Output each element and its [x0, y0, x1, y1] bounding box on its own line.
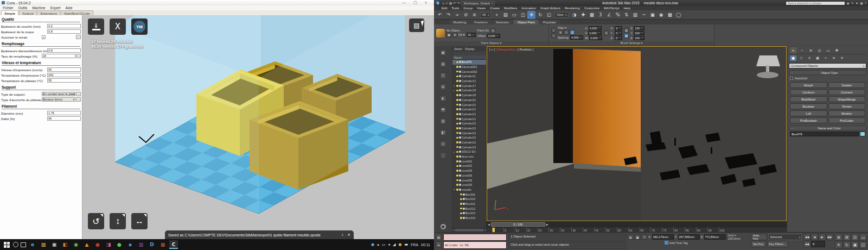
setting-input[interactable]: 20 — [42, 54, 75, 58]
listener-input[interactable]: Welcome to MA — [443, 241, 507, 249]
scene-object-row[interactable]: Line003 — [452, 164, 486, 168]
select-link-icon[interactable]: ∞ — [453, 11, 461, 19]
ribbon-tab[interactable]: Object Paint — [513, 20, 539, 24]
visibility-bulb-icon[interactable] — [460, 208, 462, 210]
visibility-bulb-icon[interactable] — [456, 137, 458, 139]
scene-object-row[interactable]: Line008 — [452, 178, 486, 183]
object-color-swatch[interactable] — [860, 132, 865, 136]
explorer-icon[interactable]: ▨ — [39, 240, 48, 249]
more-options-button[interactable]: ... — [76, 35, 81, 39]
close-icon[interactable]: × — [436, 1, 439, 5]
scene-object-row[interactable]: Cylinder22 — [452, 140, 486, 145]
scene-object-row[interactable]: Cylinder22 — [452, 121, 486, 126]
visibility-bulb-icon[interactable] — [456, 66, 458, 68]
scene-object-row[interactable]: Camera002 — [452, 69, 486, 74]
named-selection-icon[interactable]: ▧ — [631, 11, 639, 19]
shapes-category-icon[interactable]: ◇ — [798, 55, 805, 61]
menu-item[interactable]: Fichier — [3, 6, 14, 10]
zoom-icon[interactable]: ⊕ — [835, 234, 843, 241]
scene-object-row[interactable]: Line005 — [452, 168, 486, 173]
photos-icon[interactable]: ◧ — [61, 240, 69, 249]
scene-object-row[interactable]: Box011 — [452, 202, 486, 207]
paint-on-icon[interactable]: ◳ — [490, 28, 495, 33]
explorer-menu-item[interactable]: Display — [465, 47, 475, 51]
setting-input[interactable]: 200 — [47, 73, 81, 77]
absolute-mode-icon[interactable]: ⌗ — [641, 234, 647, 240]
onedrive-icon[interactable]: ● — [371, 242, 374, 247]
object-type-rollout[interactable]: −Object Type — [789, 70, 866, 75]
object-name-input[interactable] — [790, 132, 859, 136]
perspective-viewport[interactable]: [ + ] [ Perspective ] [ Realistic ] — [487, 46, 787, 221]
scene-object-row[interactable]: Cylinder12 — [452, 79, 486, 84]
edge-icon[interactable]: e — [28, 240, 37, 249]
bind-spacewarp-icon[interactable]: ≋ — [470, 11, 478, 19]
ribbon-tab[interactable]: Selection — [492, 20, 513, 24]
motion-tab-icon[interactable]: ◎ — [816, 47, 823, 53]
setting-input[interactable]: 0.8 — [47, 29, 81, 34]
setting-input[interactable]: 0.8 — [47, 48, 81, 53]
tray-expand-icon[interactable]: ▴ — [377, 242, 379, 247]
redo-icon[interactable]: ↷ — [457, 1, 459, 5]
isolate-selection-icon[interactable]: ◍ — [628, 234, 634, 240]
menu-item[interactable]: Customize — [584, 7, 599, 10]
retraction-checkbox[interactable]: ✓ — [42, 35, 46, 39]
uniform-scale-icon[interactable]: ▥ — [624, 28, 629, 33]
sign-in-icon[interactable]: ✎ — [851, 1, 854, 5]
visibility-bulb-icon[interactable] — [456, 179, 458, 182]
scale-model-button[interactable]: ↕ — [110, 213, 126, 229]
visibility-bulb-icon[interactable] — [456, 123, 458, 125]
object-type-button[interactable]: Morph — [790, 82, 827, 88]
cancel-icon[interactable]: × — [551, 33, 556, 38]
helpers-category-icon[interactable]: ⌖ — [822, 55, 829, 61]
scene-object-row[interactable]: ▸ Cylinder18 — [452, 88, 486, 93]
toolpath-view-button[interactable]: X — [110, 18, 126, 35]
updates-icon[interactable]: ● — [398, 242, 401, 247]
volume-icon[interactable]: ◂ — [388, 242, 390, 247]
youmagine-button[interactable]: YM — [131, 18, 148, 35]
move-icon[interactable]: ✛ — [527, 11, 535, 19]
save-file-icon[interactable]: ▤ — [449, 1, 452, 5]
setting-input[interactable]: 1.75 — [47, 111, 81, 115]
visibility-bulb-icon[interactable] — [456, 113, 458, 115]
viewport-label[interactable]: [ + ] [ Perspective ] [ Realistic ] — [489, 48, 534, 51]
visibility-bulb-icon[interactable] — [456, 160, 458, 162]
scene-object-row[interactable]: Cylinder21 — [452, 116, 486, 121]
menu-item[interactable]: Outils — [18, 6, 28, 10]
menu-item[interactable]: Create — [490, 7, 500, 10]
cura-taskbar-icon[interactable]: C — [169, 240, 178, 249]
visibility-bulb-icon[interactable] — [460, 198, 462, 201]
geometry-type-dropdown[interactable]: Compound Objects▾ — [789, 63, 866, 68]
systems-category-icon[interactable]: ✛ — [839, 55, 845, 61]
paint-brush-icon[interactable] — [436, 29, 445, 38]
coordinate-input[interactable]: 771,84mm — [704, 234, 726, 240]
listener-menu-icon[interactable]: ≡ — [436, 241, 442, 248]
scene-object-row[interactable]: ▾ meuble — [452, 188, 486, 192]
visibility-bulb-icon[interactable] — [456, 141, 458, 143]
ribbon-tab[interactable]: Modeling — [449, 20, 470, 24]
layer-manager-icon[interactable]: ▦ — [588, 11, 596, 19]
scene-object-row[interactable]: ▸ DISCO EV — [452, 149, 486, 154]
sphere-icon[interactable]: ● — [440, 223, 446, 230]
visibility-bulb-icon[interactable] — [456, 90, 458, 92]
hierarchy-tab-icon[interactable]: ≡ — [807, 47, 814, 53]
viewport-layout-icon[interactable]: ▣ — [440, 49, 446, 56]
cura-3d-viewport[interactable]: ⇓ X YM 10 heures 29 minutes 50.24 mètres… — [82, 15, 434, 239]
setting-select[interactable]: Bordure (brim) — [42, 97, 75, 102]
paint-icon[interactable]: ◨ — [104, 240, 113, 249]
notification-close-icon[interactable]: × — [347, 233, 350, 237]
spacing-spinner[interactable]: 4,000▲▼ — [570, 35, 583, 40]
scene-object-row[interactable]: deco evo — [452, 154, 486, 159]
camera-icon[interactable]: ▣ — [50, 240, 59, 249]
settings-tab[interactable]: Extensions — [37, 10, 60, 15]
scene-object-row[interactable]: Cylinder18 — [452, 93, 486, 98]
scene-object-row[interactable]: Line002 — [452, 159, 486, 164]
current-frame-input[interactable]: 0 — [811, 241, 825, 247]
scene-object-row[interactable]: Cylinder21 — [452, 112, 486, 117]
object-type-button[interactable]: Conform — [790, 89, 827, 95]
workspace-selector[interactable]: Workspace: Default▾ — [461, 1, 495, 5]
settings-tab[interactable]: Simple — [1, 10, 18, 15]
maxscript-listener-icon[interactable]: ▤ — [436, 234, 442, 240]
menu-item[interactable]: MAXScript — [604, 7, 619, 10]
scatter-spinner[interactable]: 0▲▼ — [615, 36, 622, 40]
scene-object-row[interactable]: Cylinder22 — [452, 135, 486, 140]
